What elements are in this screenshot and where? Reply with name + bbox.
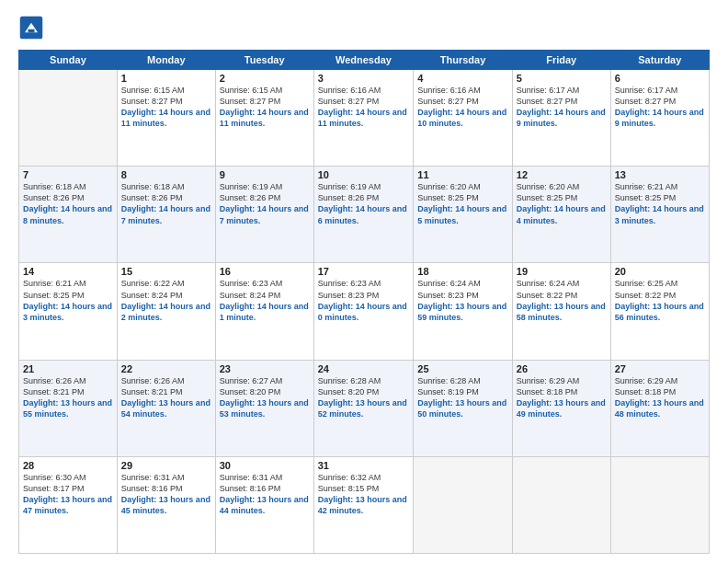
day-info: Sunrise: 6:23 AMSunset: 8:23 PMDaylight:… (318, 278, 410, 323)
daylight-label: Daylight: 14 hours and 10 minutes. (417, 108, 506, 128)
weekday-tuesday: Tuesday (215, 51, 313, 70)
calendar-cell: 13Sunrise: 6:21 AMSunset: 8:25 PMDayligh… (610, 167, 709, 263)
daylight-label: Daylight: 13 hours and 44 minutes. (220, 495, 309, 515)
day-info: Sunrise: 6:26 AMSunset: 8:21 PMDaylight:… (121, 375, 211, 420)
weekday-wednesday: Wednesday (313, 51, 414, 70)
calendar-cell: 22Sunrise: 6:26 AMSunset: 8:21 PMDayligh… (117, 360, 215, 456)
calendar-cell: 3Sunrise: 6:16 AMSunset: 8:27 PMDaylight… (313, 70, 414, 167)
day-info: Sunrise: 6:32 AMSunset: 8:15 PMDaylight:… (318, 472, 410, 517)
calendar-table: SundayMondayTuesdayWednesdayThursdayFrid… (18, 50, 710, 554)
page: SundayMondayTuesdayWednesdayThursdayFrid… (0, 0, 728, 563)
daylight-label: Daylight: 14 hours and 3 minutes. (23, 302, 112, 322)
day-info: Sunrise: 6:28 AMSunset: 8:19 PMDaylight:… (417, 375, 508, 420)
calendar-cell: 24Sunrise: 6:28 AMSunset: 8:20 PMDayligh… (313, 360, 414, 456)
day-number: 23 (220, 363, 310, 374)
calendar-cell: 10Sunrise: 6:19 AMSunset: 8:26 PMDayligh… (313, 167, 414, 263)
daylight-label: Daylight: 13 hours and 45 minutes. (121, 495, 210, 515)
daylight-label: Daylight: 13 hours and 58 minutes. (517, 302, 606, 322)
calendar-cell: 11Sunrise: 6:20 AMSunset: 8:25 PMDayligh… (414, 167, 513, 263)
day-number: 30 (220, 460, 310, 471)
weekday-monday: Monday (117, 51, 215, 70)
day-number: 6 (615, 73, 705, 84)
day-number: 22 (121, 363, 211, 374)
calendar-cell: 2Sunrise: 6:15 AMSunset: 8:27 PMDaylight… (215, 70, 313, 167)
weekday-saturday: Saturday (610, 51, 709, 70)
day-number: 13 (615, 169, 705, 180)
daylight-label: Daylight: 13 hours and 53 minutes. (220, 398, 309, 419)
daylight-label: Daylight: 14 hours and 11 minutes. (121, 108, 210, 128)
daylight-label: Daylight: 14 hours and 6 minutes. (318, 204, 407, 224)
week-row-3: 14Sunrise: 6:21 AMSunset: 8:25 PMDayligh… (19, 263, 710, 360)
week-row-5: 28Sunrise: 6:30 AMSunset: 8:17 PMDayligh… (19, 456, 710, 553)
calendar-cell: 4Sunrise: 6:16 AMSunset: 8:27 PMDaylight… (414, 70, 513, 167)
daylight-label: Daylight: 13 hours and 47 minutes. (23, 495, 112, 515)
day-number: 31 (318, 460, 410, 471)
day-number: 14 (23, 266, 113, 277)
day-info: Sunrise: 6:20 AMSunset: 8:25 PMDaylight:… (517, 181, 607, 226)
weekday-friday: Friday (512, 51, 610, 70)
day-number: 29 (121, 460, 211, 471)
daylight-label: Daylight: 14 hours and 7 minutes. (220, 204, 309, 224)
day-info: Sunrise: 6:23 AMSunset: 8:24 PMDaylight:… (220, 278, 310, 323)
daylight-label: Daylight: 13 hours and 49 minutes. (517, 398, 606, 419)
calendar-cell: 16Sunrise: 6:23 AMSunset: 8:24 PMDayligh… (215, 263, 313, 360)
day-info: Sunrise: 6:27 AMSunset: 8:20 PMDaylight:… (220, 375, 310, 420)
day-number: 21 (23, 363, 113, 374)
day-number: 1 (121, 73, 211, 84)
daylight-label: Daylight: 14 hours and 11 minutes. (318, 108, 407, 128)
day-info: Sunrise: 6:16 AMSunset: 8:27 PMDaylight:… (417, 85, 508, 130)
daylight-label: Daylight: 14 hours and 8 minutes. (23, 204, 112, 224)
calendar-cell: 5Sunrise: 6:17 AMSunset: 8:27 PMDaylight… (512, 70, 610, 167)
day-number: 9 (220, 169, 310, 180)
day-info: Sunrise: 6:26 AMSunset: 8:21 PMDaylight:… (23, 375, 113, 420)
logo (18, 15, 48, 40)
calendar-cell: 28Sunrise: 6:30 AMSunset: 8:17 PMDayligh… (19, 456, 118, 553)
day-number: 18 (417, 266, 508, 277)
day-number: 10 (318, 169, 410, 180)
calendar-cell: 29Sunrise: 6:31 AMSunset: 8:16 PMDayligh… (117, 456, 215, 553)
calendar-cell: 21Sunrise: 6:26 AMSunset: 8:21 PMDayligh… (19, 360, 118, 456)
calendar-cell: 7Sunrise: 6:18 AMSunset: 8:26 PMDaylight… (19, 167, 118, 263)
calendar-cell: 17Sunrise: 6:23 AMSunset: 8:23 PMDayligh… (313, 263, 414, 360)
day-number: 11 (417, 169, 508, 180)
svg-rect-2 (28, 29, 35, 33)
daylight-label: Daylight: 14 hours and 4 minutes. (517, 204, 606, 224)
weekday-sunday: Sunday (19, 51, 118, 70)
daylight-label: Daylight: 13 hours and 52 minutes. (318, 398, 407, 419)
calendar-cell: 31Sunrise: 6:32 AMSunset: 8:15 PMDayligh… (313, 456, 414, 553)
daylight-label: Daylight: 13 hours and 42 minutes. (318, 495, 407, 515)
calendar-cell (414, 456, 513, 553)
day-number: 27 (615, 363, 705, 374)
daylight-label: Daylight: 14 hours and 9 minutes. (517, 108, 606, 128)
calendar-cell: 19Sunrise: 6:24 AMSunset: 8:22 PMDayligh… (512, 263, 610, 360)
day-info: Sunrise: 6:17 AMSunset: 8:27 PMDaylight:… (615, 85, 705, 130)
day-number: 24 (318, 363, 410, 374)
calendar-cell: 14Sunrise: 6:21 AMSunset: 8:25 PMDayligh… (19, 263, 118, 360)
day-info: Sunrise: 6:30 AMSunset: 8:17 PMDaylight:… (23, 472, 113, 517)
day-info: Sunrise: 6:31 AMSunset: 8:16 PMDaylight:… (220, 472, 310, 517)
day-info: Sunrise: 6:15 AMSunset: 8:27 PMDaylight:… (220, 85, 310, 130)
day-number: 20 (615, 266, 705, 277)
daylight-label: Daylight: 13 hours and 56 minutes. (615, 302, 704, 322)
daylight-label: Daylight: 13 hours and 55 minutes. (23, 398, 112, 419)
day-info: Sunrise: 6:18 AMSunset: 8:26 PMDaylight:… (121, 181, 211, 226)
day-number: 16 (220, 266, 310, 277)
calendar-cell: 30Sunrise: 6:31 AMSunset: 8:16 PMDayligh… (215, 456, 313, 553)
day-info: Sunrise: 6:19 AMSunset: 8:26 PMDaylight:… (318, 181, 410, 226)
day-number: 19 (517, 266, 607, 277)
calendar-cell: 15Sunrise: 6:22 AMSunset: 8:24 PMDayligh… (117, 263, 215, 360)
daylight-label: Daylight: 13 hours and 50 minutes. (417, 398, 506, 419)
calendar-cell: 6Sunrise: 6:17 AMSunset: 8:27 PMDaylight… (610, 70, 709, 167)
day-info: Sunrise: 6:31 AMSunset: 8:16 PMDaylight:… (121, 472, 211, 517)
daylight-label: Daylight: 14 hours and 1 minute. (220, 302, 309, 322)
day-number: 3 (318, 73, 410, 84)
day-info: Sunrise: 6:18 AMSunset: 8:26 PMDaylight:… (23, 181, 113, 226)
day-info: Sunrise: 6:24 AMSunset: 8:23 PMDaylight:… (417, 278, 508, 323)
day-number: 4 (417, 73, 508, 84)
calendar-cell: 20Sunrise: 6:25 AMSunset: 8:22 PMDayligh… (610, 263, 709, 360)
calendar-cell (610, 456, 709, 553)
weekday-thursday: Thursday (414, 51, 513, 70)
calendar-cell: 27Sunrise: 6:29 AMSunset: 8:18 PMDayligh… (610, 360, 709, 456)
day-info: Sunrise: 6:29 AMSunset: 8:18 PMDaylight:… (517, 375, 607, 420)
calendar-cell: 12Sunrise: 6:20 AMSunset: 8:25 PMDayligh… (512, 167, 610, 263)
